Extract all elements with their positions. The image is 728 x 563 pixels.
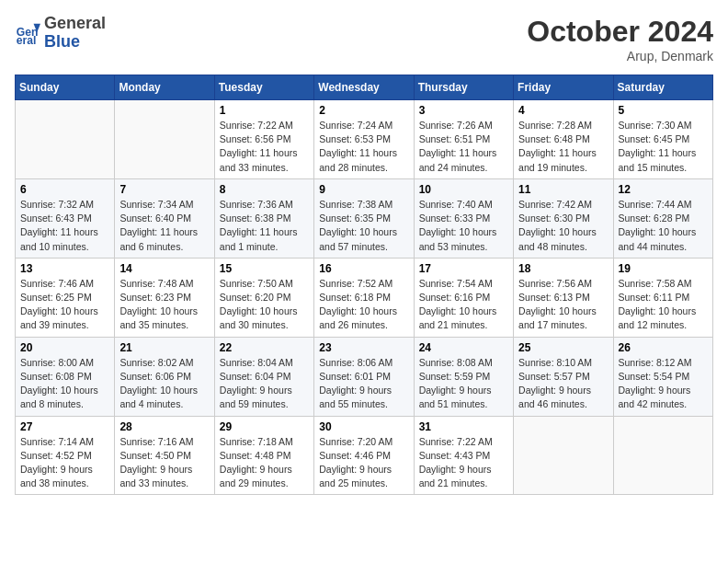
day-detail: Sunrise: 7:38 AM Sunset: 6:35 PM Dayligh… (319, 198, 408, 254)
day-number: 17 (419, 262, 508, 275)
header-cell-sunday: Sunday (16, 75, 115, 100)
calendar-week-2: 6Sunrise: 7:32 AM Sunset: 6:43 PM Daylig… (16, 178, 713, 258)
calendar-cell: 29Sunrise: 7:18 AM Sunset: 4:48 PM Dayli… (214, 416, 313, 495)
calendar-cell: 31Sunrise: 7:22 AM Sunset: 4:43 PM Dayli… (414, 416, 513, 495)
calendar-cell: 17Sunrise: 7:54 AM Sunset: 6:16 PM Dayli… (414, 258, 513, 337)
day-number: 13 (20, 262, 109, 275)
day-detail: Sunrise: 7:22 AM Sunset: 6:56 PM Dayligh… (220, 119, 309, 175)
day-detail: Sunrise: 7:22 AM Sunset: 4:43 PM Dayligh… (419, 435, 508, 491)
day-detail: Sunrise: 7:36 AM Sunset: 6:38 PM Dayligh… (220, 198, 309, 254)
day-number: 15 (220, 262, 309, 275)
calendar-table: SundayMondayTuesdayWednesdayThursdayFrid… (15, 75, 713, 495)
day-number: 6 (20, 183, 109, 196)
day-number: 4 (518, 104, 608, 117)
day-detail: Sunrise: 7:40 AM Sunset: 6:33 PM Dayligh… (419, 198, 508, 254)
calendar-cell: 18Sunrise: 7:56 AM Sunset: 6:13 PM Dayli… (514, 258, 613, 337)
day-detail: Sunrise: 7:44 AM Sunset: 6:28 PM Dayligh… (619, 198, 708, 254)
calendar-cell: 19Sunrise: 7:58 AM Sunset: 6:11 PM Dayli… (613, 258, 712, 337)
day-detail: Sunrise: 8:06 AM Sunset: 6:01 PM Dayligh… (319, 356, 408, 412)
header-cell-tuesday: Tuesday (214, 75, 313, 100)
logo: Gen eral General Blue (15, 15, 106, 52)
day-number: 27 (20, 420, 109, 433)
day-number: 22 (220, 341, 309, 354)
day-detail: Sunrise: 7:24 AM Sunset: 6:53 PM Dayligh… (319, 119, 408, 175)
day-detail: Sunrise: 7:54 AM Sunset: 6:16 PM Dayligh… (419, 277, 508, 333)
page-header: Gen eral General Blue October 2024 Arup,… (15, 15, 713, 63)
page-subtitle: Arup, Denmark (527, 49, 713, 63)
day-number: 8 (220, 183, 309, 196)
title-block: October 2024 Arup, Denmark (527, 15, 713, 63)
day-detail: Sunrise: 7:50 AM Sunset: 6:20 PM Dayligh… (220, 277, 309, 333)
day-detail: Sunrise: 7:14 AM Sunset: 4:52 PM Dayligh… (20, 435, 109, 491)
calendar-cell: 20Sunrise: 8:00 AM Sunset: 6:08 PM Dayli… (16, 337, 115, 416)
calendar-cell (115, 100, 214, 179)
day-detail: Sunrise: 7:42 AM Sunset: 6:30 PM Dayligh… (518, 198, 608, 254)
day-detail: Sunrise: 7:48 AM Sunset: 6:23 PM Dayligh… (119, 277, 209, 333)
day-detail: Sunrise: 7:26 AM Sunset: 6:51 PM Dayligh… (419, 119, 508, 175)
day-detail: Sunrise: 8:08 AM Sunset: 5:59 PM Dayligh… (419, 356, 508, 412)
day-number: 1 (220, 104, 309, 117)
calendar-week-4: 20Sunrise: 8:00 AM Sunset: 6:08 PM Dayli… (16, 337, 713, 416)
day-detail: Sunrise: 7:28 AM Sunset: 6:48 PM Dayligh… (518, 119, 608, 175)
day-detail: Sunrise: 7:52 AM Sunset: 6:18 PM Dayligh… (319, 277, 408, 333)
day-detail: Sunrise: 7:46 AM Sunset: 6:25 PM Dayligh… (20, 277, 109, 333)
day-detail: Sunrise: 7:30 AM Sunset: 6:45 PM Dayligh… (619, 119, 708, 175)
logo-line1: General (44, 15, 106, 33)
calendar-cell: 14Sunrise: 7:48 AM Sunset: 6:23 PM Dayli… (115, 258, 214, 337)
calendar-body: 1Sunrise: 7:22 AM Sunset: 6:56 PM Daylig… (16, 100, 713, 495)
day-number: 12 (619, 183, 708, 196)
day-detail: Sunrise: 7:16 AM Sunset: 4:50 PM Dayligh… (119, 435, 209, 491)
calendar-cell (16, 100, 115, 179)
day-number: 19 (619, 262, 708, 275)
header-cell-friday: Friday (514, 75, 613, 100)
calendar-cell: 30Sunrise: 7:20 AM Sunset: 4:46 PM Dayli… (314, 416, 414, 495)
calendar-header: SundayMondayTuesdayWednesdayThursdayFrid… (16, 75, 713, 100)
calendar-cell: 1Sunrise: 7:22 AM Sunset: 6:56 PM Daylig… (214, 100, 313, 179)
svg-text:eral: eral (17, 34, 37, 46)
day-detail: Sunrise: 7:58 AM Sunset: 6:11 PM Dayligh… (619, 277, 708, 333)
calendar-week-1: 1Sunrise: 7:22 AM Sunset: 6:56 PM Daylig… (16, 100, 713, 179)
header-cell-saturday: Saturday (613, 75, 712, 100)
header-cell-wednesday: Wednesday (314, 75, 414, 100)
day-number: 7 (119, 183, 209, 196)
calendar-cell: 9Sunrise: 7:38 AM Sunset: 6:35 PM Daylig… (314, 178, 414, 258)
calendar-cell: 13Sunrise: 7:46 AM Sunset: 6:25 PM Dayli… (16, 258, 115, 337)
calendar-cell (514, 416, 613, 495)
day-number: 3 (419, 104, 508, 117)
header-row: SundayMondayTuesdayWednesdayThursdayFrid… (16, 75, 713, 100)
calendar-cell: 25Sunrise: 8:10 AM Sunset: 5:57 PM Dayli… (514, 337, 613, 416)
day-number: 11 (518, 183, 608, 196)
day-detail: Sunrise: 7:34 AM Sunset: 6:40 PM Dayligh… (119, 198, 209, 254)
calendar-cell: 23Sunrise: 8:06 AM Sunset: 6:01 PM Dayli… (314, 337, 414, 416)
day-number: 20 (20, 341, 109, 354)
day-detail: Sunrise: 8:04 AM Sunset: 6:04 PM Dayligh… (220, 356, 309, 412)
day-number: 18 (518, 262, 608, 275)
calendar-cell: 24Sunrise: 8:08 AM Sunset: 5:59 PM Dayli… (414, 337, 513, 416)
day-number: 23 (319, 341, 408, 354)
calendar-cell: 6Sunrise: 7:32 AM Sunset: 6:43 PM Daylig… (16, 178, 115, 258)
calendar-cell: 2Sunrise: 7:24 AM Sunset: 6:53 PM Daylig… (314, 100, 414, 179)
day-detail: Sunrise: 8:02 AM Sunset: 6:06 PM Dayligh… (119, 356, 209, 412)
calendar-cell: 12Sunrise: 7:44 AM Sunset: 6:28 PM Dayli… (613, 178, 712, 258)
calendar-cell: 26Sunrise: 8:12 AM Sunset: 5:54 PM Dayli… (613, 337, 712, 416)
calendar-cell: 21Sunrise: 8:02 AM Sunset: 6:06 PM Dayli… (115, 337, 214, 416)
calendar-cell: 11Sunrise: 7:42 AM Sunset: 6:30 PM Dayli… (514, 178, 613, 258)
day-number: 10 (419, 183, 508, 196)
calendar-cell: 7Sunrise: 7:34 AM Sunset: 6:40 PM Daylig… (115, 178, 214, 258)
calendar-cell: 3Sunrise: 7:26 AM Sunset: 6:51 PM Daylig… (414, 100, 513, 179)
calendar-cell: 4Sunrise: 7:28 AM Sunset: 6:48 PM Daylig… (514, 100, 613, 179)
page-title: October 2024 (527, 15, 713, 49)
calendar-cell: 22Sunrise: 8:04 AM Sunset: 6:04 PM Dayli… (214, 337, 313, 416)
header-cell-monday: Monday (115, 75, 214, 100)
day-number: 29 (220, 420, 309, 433)
calendar-cell: 15Sunrise: 7:50 AM Sunset: 6:20 PM Dayli… (214, 258, 313, 337)
calendar-cell: 16Sunrise: 7:52 AM Sunset: 6:18 PM Dayli… (314, 258, 414, 337)
calendar-cell (613, 416, 712, 495)
day-number: 26 (619, 341, 708, 354)
day-detail: Sunrise: 8:10 AM Sunset: 5:57 PM Dayligh… (518, 356, 608, 412)
calendar-cell: 27Sunrise: 7:14 AM Sunset: 4:52 PM Dayli… (16, 416, 115, 495)
day-number: 28 (119, 420, 209, 433)
day-number: 30 (319, 420, 408, 433)
header-cell-thursday: Thursday (414, 75, 513, 100)
day-number: 25 (518, 341, 608, 354)
